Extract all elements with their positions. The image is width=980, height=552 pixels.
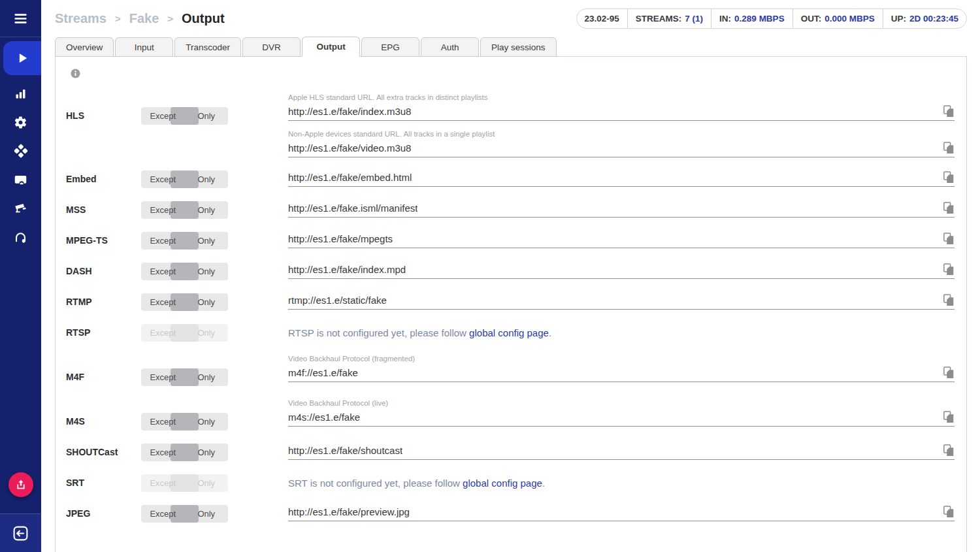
protocol-label: JPEG (66, 505, 141, 519)
sidebar-item-streams[interactable] (3, 41, 41, 75)
tab-output[interactable]: Output (302, 37, 360, 57)
except-only-toggle[interactable]: ExceptOnly (141, 232, 228, 250)
url-value[interactable]: http://es1.e/fake/video.m3u8 (288, 142, 411, 154)
copy-button[interactable] (943, 366, 955, 379)
toggle-except-label: Except (141, 201, 185, 219)
tab-epg[interactable]: EPG (361, 37, 419, 57)
url-value[interactable]: http://es1.e/fake/preview.jpg (288, 506, 410, 517)
toggle-column: ExceptOnly (141, 324, 228, 342)
menu-toggle-button[interactable] (0, 0, 41, 37)
url-field: http://es1.e/fake.isml/manifest (288, 201, 955, 218)
except-only-toggle[interactable]: ExceptOnly (141, 505, 228, 523)
protocol-label: DASH (66, 263, 141, 276)
url-field-group: http://es1.e/fake/mpegts (288, 232, 955, 248)
except-only-toggle[interactable]: ExceptOnly (141, 444, 228, 461)
protocol-fields: http://es1.e/fake/mpegts (288, 232, 955, 248)
main-area: Streams>Fake>Output 23.02-95STREAMS:7 (1… (41, 0, 980, 552)
info-icon[interactable] (71, 69, 80, 78)
url-field: http://es1.e/fake/index.m3u8 (288, 105, 955, 121)
copy-button[interactable] (943, 202, 955, 214)
status-label: OUT: (801, 14, 822, 24)
protocol-fields: http://es1.e/fake/shoutcast (288, 444, 955, 460)
status-bar: 23.02-95STREAMS:7 (1)IN:0.289 MBPSOUT:0.… (576, 8, 967, 29)
copy-button[interactable] (943, 263, 955, 276)
url-field-group: http://es1.e/fake/embed.html (288, 170, 955, 187)
protocol-row-jpeg: JPEGExceptOnlyhttp://es1.e/fake/preview.… (66, 505, 955, 523)
url-value[interactable]: m4s://es1.e/fake (288, 412, 360, 423)
output-list: HLSExceptOnlyApple HLS standard URL. All… (66, 93, 955, 523)
sidebar-item-cluster[interactable] (0, 137, 41, 165)
url-field: http://es1.e/fake/shoutcast (288, 444, 955, 460)
url-value[interactable]: http://es1.e/fake/index.mpd (288, 264, 406, 275)
tab-auth[interactable]: Auth (421, 37, 479, 57)
collapse-sidebar-button[interactable] (0, 513, 41, 552)
status-value: 2D 00:23:45 (909, 14, 958, 24)
protocol-label: RTMP (66, 293, 141, 307)
copy-button[interactable] (943, 444, 955, 457)
toggle-column: ExceptOnly (141, 170, 228, 188)
copy-button[interactable] (943, 294, 955, 306)
except-only-toggle[interactable]: ExceptOnly (141, 413, 228, 430)
protocol-fields: Video Backhaul Protocol (fragmented)m4f:… (288, 355, 955, 382)
sidebar-item-devices[interactable] (0, 165, 41, 194)
url-field-group: http://es1.e/fake/preview.jpg (288, 505, 955, 521)
sidebar-item-settings[interactable] (0, 108, 41, 137)
except-only-toggle[interactable]: ExceptOnly (141, 293, 228, 311)
tab-play-sessions[interactable]: Play sessions (480, 37, 557, 57)
copy-button[interactable] (943, 171, 955, 184)
except-only-toggle[interactable]: ExceptOnly (141, 263, 228, 280)
toggle-only-label: Only (185, 293, 229, 311)
url-value[interactable]: http://es1.e/fake/embed.html (288, 172, 412, 183)
url-field: m4f://es1.e/fake (288, 366, 955, 382)
url-field-group: http://es1.e/fake/shoutcast (288, 444, 955, 460)
copy-button[interactable] (943, 411, 955, 423)
copy-button[interactable] (943, 233, 955, 245)
tab-overview[interactable]: Overview (55, 37, 114, 57)
breadcrumb-item-fake[interactable]: Fake (129, 11, 159, 26)
except-only-toggle[interactable]: ExceptOnly (141, 170, 228, 188)
upload-button[interactable] (8, 472, 33, 497)
protocol-row-m4f: M4FExceptOnlyVideo Backhaul Protocol (fr… (66, 355, 955, 386)
except-only-toggle[interactable]: ExceptOnly (141, 201, 228, 219)
url-value[interactable]: http://es1.e/fake/shoutcast (288, 445, 402, 456)
tab-dvr[interactable]: DVR (242, 37, 301, 57)
except-only-toggle: ExceptOnly (141, 324, 228, 342)
copy-button[interactable] (943, 142, 955, 154)
toggle-column: ExceptOnly (141, 107, 228, 125)
sidebar-item-statistics[interactable] (0, 79, 41, 108)
url-value[interactable]: rtmp://es1.e/static/fake (288, 295, 387, 306)
copy-icon (943, 506, 955, 518)
page-header: Streams>Fake>Output 23.02-95STREAMS:7 (1… (41, 0, 980, 37)
status-value: 0.000 MBPS (825, 14, 875, 24)
protocol-label: SRT (66, 474, 141, 488)
tab-input[interactable]: Input (115, 37, 173, 57)
copy-icon (943, 294, 955, 306)
breadcrumb-item-streams[interactable]: Streams (55, 11, 106, 26)
url-value[interactable]: http://es1.e/fake/index.m3u8 (288, 106, 411, 117)
url-value[interactable]: http://es1.e/fake/mpegts (288, 233, 393, 244)
url-field: http://es1.e/fake/video.m3u8 (288, 141, 955, 157)
sidebar-item-support[interactable] (0, 223, 41, 252)
status-in: IN:0.289 MBPS (711, 9, 793, 28)
sidebar (0, 0, 41, 552)
version-text: 23.02-95 (585, 14, 619, 24)
url-value[interactable]: http://es1.e/fake.isml/manifest (288, 203, 417, 214)
protocol-fields: Apple HLS standard URL. All extra tracks… (288, 93, 955, 157)
headphones-icon (14, 231, 27, 244)
global-config-link[interactable]: global config page (469, 327, 549, 338)
copy-button[interactable] (943, 105, 955, 118)
toggle-except-label: Except (141, 324, 185, 342)
except-only-toggle[interactable]: ExceptOnly (141, 107, 228, 125)
toggle-column: ExceptOnly (141, 368, 228, 386)
tab-transcoder[interactable]: Transcoder (174, 37, 241, 57)
sidebar-item-cameras[interactable] (0, 194, 41, 223)
global-config-link[interactable]: global config page (463, 478, 542, 489)
copy-button[interactable] (943, 506, 955, 518)
except-only-toggle[interactable]: ExceptOnly (141, 368, 228, 386)
url-caption: Video Backhaul Protocol (live) (288, 399, 955, 407)
protocol-row-hls: HLSExceptOnlyApple HLS standard URL. All… (66, 93, 955, 157)
toggle-column: ExceptOnly (141, 413, 228, 430)
gear-icon (14, 116, 27, 129)
url-caption: Video Backhaul Protocol (fragmented) (288, 355, 955, 363)
url-value[interactable]: m4f://es1.e/fake (288, 367, 358, 378)
